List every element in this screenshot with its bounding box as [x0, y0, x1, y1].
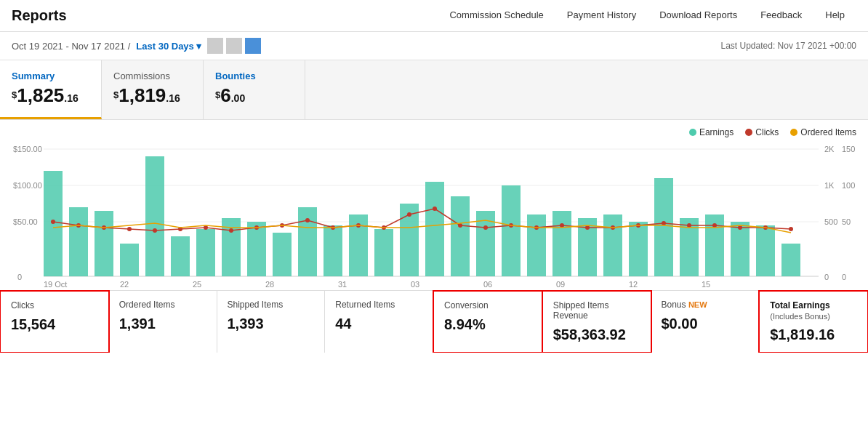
view-icon-1[interactable]	[207, 38, 223, 54]
summary-tabs: Summary $1,825.16 Commissions $1,819.16 …	[0, 60, 868, 120]
stat-clicks-value: 15,564	[11, 316, 98, 333]
page-title: Reports	[12, 0, 67, 31]
chart-container: $150.00 $100.00 $50.00 0 2K 1K 500 0 150…	[12, 142, 856, 287]
stat-returned-label: Returned Items	[335, 300, 422, 310]
svg-rect-27	[324, 225, 342, 276]
svg-rect-18	[95, 211, 113, 276]
chevron-down-icon: ▾	[196, 41, 201, 52]
tab-bounties-amount: $6.00	[215, 84, 283, 107]
svg-text:15: 15	[702, 280, 710, 287]
stat-revenue-value: $58,363.92	[553, 326, 640, 343]
svg-text:28: 28	[265, 280, 274, 287]
view-icons	[207, 38, 261, 54]
svg-rect-34	[502, 185, 521, 276]
svg-rect-38	[603, 214, 622, 276]
svg-point-75	[789, 227, 793, 231]
date-bar: Oct 19 2021 - Nov 17 2021 / Last 30 Days…	[0, 32, 868, 60]
svg-text:100: 100	[842, 181, 855, 190]
svg-point-61	[433, 207, 437, 211]
svg-text:25: 25	[193, 280, 201, 287]
svg-rect-25	[273, 233, 292, 276]
ordered-items-dot	[790, 129, 797, 136]
svg-text:1K: 1K	[824, 181, 835, 190]
svg-text:31: 31	[338, 280, 347, 287]
svg-point-70	[662, 221, 666, 225]
svg-rect-40	[654, 178, 673, 276]
nav-commission-schedule[interactable]: Commission Schedule	[438, 2, 555, 29]
svg-text:0: 0	[824, 273, 829, 281]
svg-rect-29	[374, 229, 393, 276]
tab-commissions-amount: $1,819.16	[113, 84, 181, 107]
stat-returned-items: Returned Items 44	[325, 291, 433, 353]
stat-ordered-items: Ordered Items 1,391	[109, 291, 217, 353]
svg-text:50: 50	[842, 217, 851, 226]
stat-shipped-items: Shipped Items 1,393	[217, 291, 326, 353]
chart-legend: Earnings Clicks Ordered Items	[12, 127, 856, 137]
svg-point-50	[153, 228, 157, 233]
svg-text:22: 22	[120, 280, 129, 287]
svg-rect-36	[552, 211, 571, 276]
svg-point-63	[483, 225, 488, 230]
svg-point-53	[229, 228, 233, 233]
svg-rect-20	[145, 156, 164, 276]
view-icon-2[interactable]	[226, 38, 242, 54]
svg-text:$50.00: $50.00	[13, 217, 38, 226]
svg-point-56	[305, 218, 310, 222]
tab-commissions[interactable]: Commissions $1,819.16	[102, 60, 204, 119]
tab-summary-amount: $1,825.16	[12, 84, 79, 107]
top-nav: Reports Commission Schedule Payment Hist…	[0, 0, 868, 32]
badge-new: NEW	[688, 300, 707, 309]
stat-ordered-value: 1,391	[119, 316, 206, 332]
svg-text:150: 150	[842, 145, 855, 153]
tab-bounties[interactable]: Bounties $6.00	[204, 60, 305, 119]
svg-text:$150.00: $150.00	[13, 145, 42, 153]
svg-rect-35	[527, 214, 546, 276]
earnings-dot	[689, 129, 696, 136]
svg-rect-19	[120, 244, 139, 276]
svg-point-49	[127, 227, 132, 231]
svg-text:09: 09	[556, 280, 565, 287]
stat-conversion-label: Conversion	[444, 300, 531, 310]
stat-shipped-value: 1,393	[228, 316, 315, 332]
legend-earnings-label: Earnings	[699, 127, 734, 137]
svg-rect-21	[171, 236, 190, 276]
svg-text:0: 0	[842, 273, 846, 281]
stat-total-label: Total Earnings	[770, 300, 857, 310]
view-icon-3[interactable]	[245, 38, 261, 54]
svg-rect-39	[629, 222, 648, 276]
legend-ordered-items-label: Ordered Items	[800, 127, 856, 137]
stat-conversion-value: 8.94%	[444, 316, 531, 333]
tab-bounties-label: Bounties	[215, 71, 283, 81]
svg-text:0: 0	[17, 273, 22, 281]
svg-rect-31	[425, 182, 444, 276]
date-range-link[interactable]: Last 30 Days ▾	[136, 41, 201, 52]
legend-earnings: Earnings	[689, 127, 734, 137]
nav-feedback[interactable]: Feedback	[749, 2, 813, 29]
stat-total-value: $1,819.16	[770, 326, 857, 343]
tab-summary[interactable]: Summary $1,825.16	[0, 60, 102, 119]
date-range-link-label: Last 30 Days	[136, 41, 194, 52]
nav-payment-history[interactable]: Payment History	[555, 2, 648, 29]
svg-text:19 Oct: 19 Oct	[44, 280, 67, 287]
svg-text:03: 03	[411, 280, 419, 287]
svg-rect-45	[781, 244, 800, 276]
stat-shipped-label: Shipped Items	[228, 300, 315, 310]
svg-point-46	[51, 220, 55, 224]
stat-total-sub: (Includes Bonus)	[770, 312, 857, 321]
svg-text:2K: 2K	[824, 145, 835, 153]
tab-commissions-label: Commissions	[113, 71, 181, 81]
stats-row: Clicks 15,564 Ordered Items 1,391 Shippe…	[0, 290, 868, 353]
stat-bonus-value: $0.00	[662, 316, 749, 332]
nav-download-reports[interactable]: Download Reports	[648, 2, 749, 29]
svg-rect-22	[196, 229, 215, 276]
stat-ordered-label: Ordered Items	[119, 300, 206, 310]
legend-ordered-items: Ordered Items	[790, 127, 856, 137]
date-range-text: Oct 19 2021 - Nov 17 2021 /	[12, 41, 130, 52]
chart-svg: $150.00 $100.00 $50.00 0 2K 1K 500 0 150…	[12, 142, 856, 287]
date-range: Oct 19 2021 - Nov 17 2021 / Last 30 Days…	[12, 38, 261, 54]
nav-help[interactable]: Help	[813, 2, 856, 29]
last-updated-text: Last Updated: Nov 17 2021 +00:00	[721, 41, 856, 51]
stat-bonus-label: Bonus NEW	[662, 300, 749, 310]
legend-clicks: Clicks	[745, 127, 779, 137]
svg-rect-17	[69, 207, 88, 276]
